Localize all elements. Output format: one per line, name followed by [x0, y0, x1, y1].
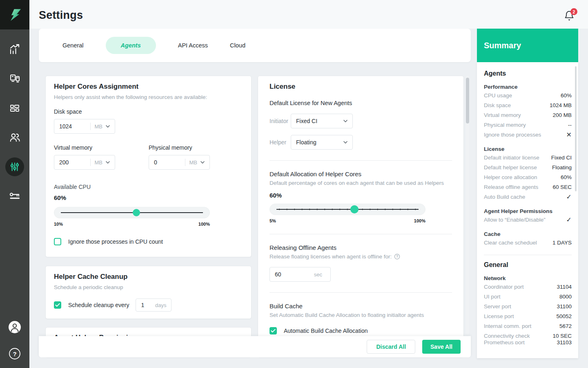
ignore-processes-checkbox[interactable]	[54, 238, 61, 245]
notification-badge: 2	[570, 8, 577, 15]
notifications-button[interactable]: 2	[564, 10, 578, 24]
release-timeout-input[interactable]: 60 sec	[270, 267, 331, 282]
chevron-down-icon	[343, 141, 347, 144]
physical-memory-label: Physical memory	[149, 144, 210, 151]
releasing-subtitle: Release floating licenses when agent is …	[270, 254, 392, 260]
summary-row-label: CPU usage	[484, 92, 512, 99]
content-scrollbar[interactable]	[466, 76, 469, 334]
summary-row-value: 31104	[557, 284, 572, 290]
chevron-down-icon	[106, 125, 110, 128]
disk-space-input[interactable]: 1024 MB	[54, 119, 115, 134]
agents-icon	[9, 72, 21, 85]
summary-row-label: License port	[484, 313, 514, 319]
summary-row-label: Disk space	[484, 102, 511, 108]
helper-label: Helper	[270, 139, 291, 146]
summary-row: Default initiator licenseFixed CI	[484, 153, 572, 162]
auto-build-cache-label: Automatic Build Cache Allocation	[284, 328, 368, 334]
card-subtitle: Helpers only assist when the following r…	[54, 94, 243, 100]
physical-memory-input[interactable]: 0 MB	[149, 155, 210, 170]
summary-scrollbar[interactable]	[575, 66, 577, 191]
summary-row-value: 8000	[559, 294, 572, 300]
svg-text:?: ?	[396, 254, 398, 258]
summary-section-header: Agents	[484, 70, 572, 77]
user-avatar[interactable]	[8, 321, 21, 335]
summary-row: Release offline agents60 SEC	[484, 182, 572, 192]
chevron-down-icon	[343, 120, 347, 122]
scrollbar-thumb[interactable]	[466, 78, 469, 123]
settings-tab[interactable]: Agents	[106, 37, 156, 54]
slider-max-label: 100%	[414, 218, 425, 223]
summary-section-header: General	[484, 255, 572, 269]
summary-row-label: Default helper license	[484, 164, 537, 171]
unit-select[interactable]: MB	[95, 159, 103, 166]
summary-row: Ignore those processes✕	[484, 130, 572, 139]
summary-section-header: Performance	[484, 83, 572, 90]
sidebar-nav	[0, 34, 29, 211]
slider-min-label: 5%	[270, 218, 276, 223]
helper-license-dropdown[interactable]: Floating	[291, 135, 353, 150]
save-all-button[interactable]: Save All	[422, 340, 461, 354]
summary-row-value: 31103	[557, 341, 572, 344]
summary-row-label: UI port	[484, 294, 501, 300]
settings-tab[interactable]: General	[62, 37, 84, 54]
disk-space-label: Disk space	[54, 108, 243, 115]
slider-thumb[interactable]	[133, 209, 140, 216]
summary-row-value: ✓	[566, 193, 572, 201]
sidebar-item-analytics[interactable]	[0, 34, 29, 64]
chevron-down-icon	[106, 161, 110, 164]
build-cache-subtitle: Set Automatic Build Cache Allocation to …	[270, 312, 452, 318]
settings-tab[interactable]: Cloud	[230, 37, 245, 54]
summary-row: Clear cache scheduel1 DAYS	[484, 238, 572, 247]
app-logo[interactable]	[0, 0, 29, 29]
auto-build-cache-checkbox[interactable]	[270, 327, 277, 334]
summary-row: Connectivity check10 SEC	[484, 331, 572, 341]
summary-row-label: Default initiator license	[484, 155, 539, 161]
unit-select[interactable]: MB	[189, 159, 198, 166]
page-title: Settings	[39, 9, 83, 22]
summary-row-value: 1024 MB	[550, 102, 572, 108]
svg-text:?: ?	[13, 350, 16, 357]
summary-row-label: Ignore those processes	[484, 132, 541, 138]
summary-row-label: Release offline agents	[484, 184, 538, 190]
settings-sliders-icon	[9, 161, 20, 173]
sidebar-item-users[interactable]	[0, 123, 29, 152]
check-icon	[55, 303, 60, 307]
summary-section-header: Cache	[484, 231, 572, 238]
schedule-cleanup-checkbox[interactable]	[54, 301, 61, 309]
cpu-slider[interactable]	[54, 207, 210, 218]
summary-row: Auto Build cache✓	[484, 192, 572, 202]
slider-thumb[interactable]	[350, 205, 359, 213]
summary-row-value: 60%	[561, 92, 572, 99]
section-divider	[270, 160, 452, 161]
unit-select[interactable]: MB	[95, 123, 103, 130]
sidebar-item-settings[interactable]	[0, 152, 29, 182]
summary-row-value: Floating	[552, 164, 572, 171]
sidebar-item-agents[interactable]	[0, 64, 29, 93]
settings-tab[interactable]: API Access	[178, 37, 208, 54]
summary-section-header: Agent Helper Permissions	[484, 208, 572, 215]
summary-panel: Summary AgentsPerformanceCPU usage60%Dis…	[477, 29, 578, 358]
summary-row: Default helper licenseFloating	[484, 162, 572, 172]
allocation-slider[interactable]	[270, 204, 425, 215]
allocation-subtitle: Default percentage of cores on each agen…	[270, 180, 452, 186]
cpu-slider-value: 60%	[54, 194, 243, 201]
summary-row-value: --	[568, 122, 572, 128]
virtual-memory-input[interactable]: 200 MB	[54, 155, 115, 170]
card-title: Helper Cores Assignment	[54, 83, 243, 91]
help-button[interactable]: ?	[9, 348, 21, 361]
chevron-down-icon	[200, 161, 205, 164]
sidebar-item-licenses[interactable]	[0, 182, 29, 211]
avatar-icon	[8, 321, 21, 334]
cleanup-interval-input[interactable]: 1 days	[136, 298, 172, 312]
info-tooltip-icon[interactable]: ?	[394, 254, 400, 260]
summary-row-label: Auto Build cache	[484, 194, 525, 200]
helper-cores-card: Helper Cores Assignment Helpers only ass…	[45, 76, 252, 257]
initiator-license-dropdown[interactable]: Fixed CI	[291, 114, 353, 128]
discard-all-button[interactable]: Discard All	[367, 340, 415, 354]
summary-row-label: Allow to “Enable/Disable”	[484, 217, 546, 223]
sidebar-item-layout[interactable]	[0, 93, 29, 123]
summary-row-label: Physical memory	[484, 122, 526, 128]
card-title: License	[270, 83, 452, 91]
help-icon: ?	[9, 348, 21, 360]
section-divider	[270, 292, 452, 293]
